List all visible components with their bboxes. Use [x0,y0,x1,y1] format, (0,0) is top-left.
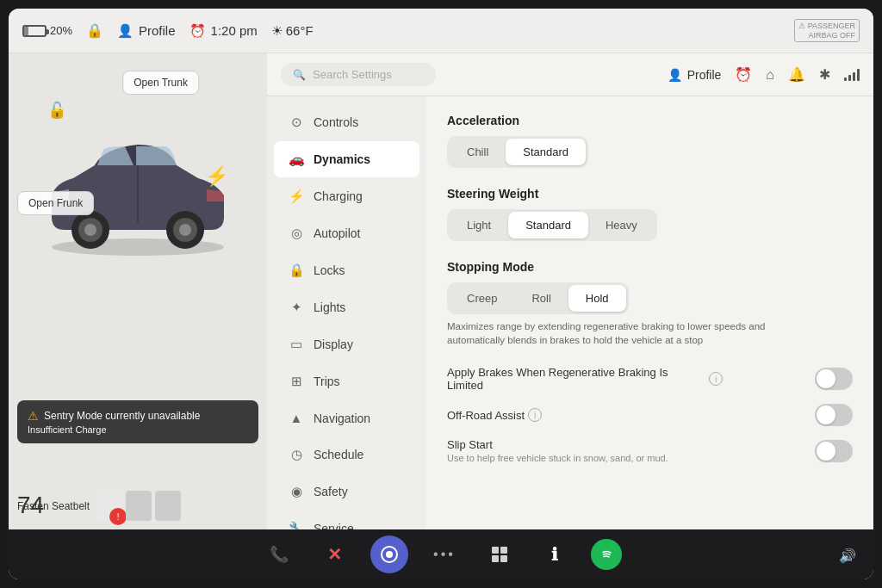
nav-item-dynamics[interactable]: 🚗 Dynamics [274,141,419,177]
signal-bars [844,69,860,81]
navigation-icon: ▲ [288,411,305,425]
offroad-assist-row: Off-Road Assist i [447,404,853,426]
settings-panel: 🔍 Search Settings 👤 Profile ⏰ ⌂ 🔔 ✱ [267,53,873,529]
nav-item-service[interactable]: 🔧 Service [274,511,419,529]
steering-standard-btn[interactable]: Standard [508,212,588,238]
stopping-roll-btn[interactable]: Roll [514,285,568,312]
seat-icon-1: ! [96,491,122,521]
lights-icon: ✦ [288,300,305,315]
status-profile[interactable]: 👤 Profile [117,23,176,39]
nav-label-navigation: Navigation [314,412,370,425]
steering-weight-title: Steering Weight [447,187,853,201]
dynamics-icon: 🚗 [288,152,305,167]
phone-button[interactable]: 📞 [260,535,298,573]
nav-item-locks[interactable]: 🔒 Locks [274,252,419,288]
nav-label-charging: Charging [314,189,363,203]
passenger-airbag-text: ⚠ PASSENGERAIRBAG OFF [798,22,855,40]
home-header-icon: ⌂ [766,67,774,83]
tesla-ui: 20% 🔒 👤 Profile ⏰ 1:20 pm ☀ 66°F ⚠ PASSE… [9,9,873,579]
search-placeholder: Search Settings [313,68,392,81]
header-profile[interactable]: 👤 Profile [668,68,722,82]
temperature: 66°F [286,23,314,38]
nav-label-service: Service [314,522,354,529]
apply-brakes-toggle[interactable] [815,368,853,390]
header-profile-label: Profile [687,68,722,82]
lock-status-icon: 🔒 [86,22,103,39]
alarm-header-icon: ⏰ [735,66,752,83]
battery-percent: 20% [50,24,72,37]
content-area: Acceleration Chill Standard Steering Wei… [426,96,873,529]
charge-icon: ⚡ [205,165,228,188]
stopping-toggle-group: Creep Roll Hold [447,282,629,314]
apply-brakes-info-icon[interactable]: i [709,372,723,386]
settings-header: 🔍 Search Settings 👤 Profile ⏰ ⌂ 🔔 ✱ [267,53,873,96]
volume-indicator[interactable]: 🔊 [839,548,856,564]
locks-icon: 🔒 [288,263,305,278]
media-button[interactable] [481,535,519,573]
trips-icon: ⊞ [288,374,305,389]
seat-icon-2 [126,491,152,521]
nav-item-trips[interactable]: ⊞ Trips [274,363,419,399]
acceleration-standard-btn[interactable]: Standard [506,139,586,165]
service-icon: 🔧 [288,521,305,529]
steering-heavy-btn[interactable]: Heavy [588,212,655,238]
search-icon: 🔍 [293,69,306,81]
acceleration-title: Acceleration [447,114,853,127]
offroad-assist-label: Off-Road Assist [447,409,525,422]
nav-item-charging[interactable]: ⚡ Charging [274,178,419,214]
stopping-description: Maximizes range by extending regenerativ… [447,319,774,347]
nav-label-lights: Lights [314,300,345,314]
nav-item-autopilot[interactable]: ◎ Autopilot [274,215,419,251]
screen-bezel: 20% 🔒 👤 Profile ⏰ 1:20 pm ☀ 66°F ⚠ PASSE… [9,9,873,579]
clock-time: 1:20 pm [211,23,258,38]
slip-start-row: Slip Start Use to help free vehicle stuc… [447,438,853,463]
nav-item-lights[interactable]: ✦ Lights [274,289,419,325]
bell-icon[interactable]: 🔔 [788,66,805,83]
nav-label-safety: Safety [314,485,348,498]
bluetooth-icon[interactable]: ✱ [819,66,830,83]
open-frunk-button[interactable]: Open Frunk [17,191,94,215]
nav-label-display: Display [314,337,353,351]
alarm-icon: ⏰ [189,23,206,39]
nav-label-dynamics: Dynamics [314,152,370,166]
seat-icon-3 [155,491,181,521]
sentry-title: Sentry Mode currently unavailable [44,410,200,422]
nav-item-safety[interactable]: ◉ Safety [274,473,419,510]
seat-icons: ! [96,491,181,521]
stopping-creep-btn[interactable]: Creep [450,285,514,312]
search-box[interactable]: 🔍 Search Settings [281,63,436,86]
status-clock: ⏰ 1:20 pm [189,23,258,39]
charging-icon: ⚡ [288,189,305,204]
nav-item-navigation[interactable]: ▲ Navigation [274,400,419,436]
info-button[interactable]: ℹ [536,535,574,573]
offroad-assist-info-icon[interactable]: i [528,408,542,422]
more-button[interactable]: ••• [425,535,463,573]
battery-indicator: 20% [22,24,72,37]
settings-body: ⊙ Controls 🚗 Dynamics ⚡ Charging ◎ [267,96,873,529]
slip-start-toggle[interactable] [815,440,853,462]
nav-label-controls: Controls [314,115,358,129]
nav-label-autopilot: Autopilot [314,226,360,240]
open-trunk-button[interactable]: Open Trunk [122,71,199,95]
stopping-hold-btn[interactable]: Hold [568,285,626,312]
sentry-subtitle: Insufficient Charge [28,424,107,435]
seatbelt-section: Fasten Seatbelt ! [17,491,258,521]
home-button[interactable] [370,535,408,573]
nav-item-display[interactable]: ▭ Display [274,326,419,362]
stopping-mode-title: Stopping Mode [447,260,853,274]
close-button[interactable]: ✕ [315,535,353,573]
offroad-assist-toggle[interactable] [815,404,853,426]
sentry-warning: ⚠ Sentry Mode currently unavailable Insu… [17,400,258,443]
header-profile-icon: 👤 [668,68,682,82]
main-content: Open Trunk 🔓 [9,53,873,529]
svg-rect-10 [492,547,499,554]
apply-brakes-label: Apply Brakes When Regenerative Braking I… [447,366,705,392]
status-weather: ☀ 66°F [271,23,314,39]
steering-light-btn[interactable]: Light [450,212,508,238]
nav-item-schedule[interactable]: ◷ Schedule [274,436,419,473]
nav-item-controls[interactable]: ⊙ Controls [274,104,419,140]
spotify-button[interactable] [591,539,622,570]
taskbar: 📞 ✕ ••• ℹ 🔊 [9,529,873,579]
acceleration-chill-btn[interactable]: Chill [450,139,506,165]
schedule-icon: ◷ [288,447,305,462]
